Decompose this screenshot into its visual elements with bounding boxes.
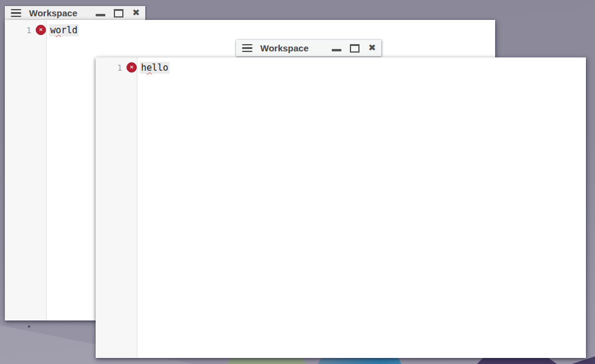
line-number: 1 — [96, 63, 122, 73]
close-button[interactable]: ✖ — [132, 8, 140, 18]
error-icon[interactable]: ✕ — [36, 25, 46, 35]
hamburger-menu-icon[interactable] — [11, 9, 21, 18]
menu-icon-bar — [11, 16, 21, 18]
minimize-button[interactable] — [96, 10, 105, 17]
code-text: hello — [140, 62, 169, 74]
hamburger-menu-icon[interactable] — [242, 44, 252, 53]
window-controls: ✖ — [332, 44, 376, 53]
window-title: Workspace — [29, 8, 96, 18]
error-icon[interactable]: ✕ — [127, 62, 137, 73]
menu-icon-bar — [11, 9, 21, 11]
titlebar[interactable]: Workspace ✖ — [236, 40, 381, 56]
wallpaper-speck — [28, 325, 30, 328]
maximize-icon — [114, 9, 123, 18]
maximize-button[interactable] — [114, 9, 123, 18]
maximize-button[interactable] — [350, 44, 360, 53]
titlebar[interactable]: Workspace ✖ — [5, 6, 145, 20]
maximize-icon — [350, 44, 360, 53]
editor-line: 1 ✕ hello — [96, 61, 586, 74]
menu-icon-bar — [242, 47, 252, 49]
line-number-gutter — [96, 57, 137, 358]
error-x-glyph: ✕ — [39, 27, 43, 33]
code-segment: w — [50, 25, 56, 36]
code-error-segment: e — [146, 62, 152, 73]
window-controls: ✖ — [96, 8, 140, 18]
line-number-gutter — [5, 20, 47, 320]
minimize-icon — [96, 14, 105, 17]
minimize-icon — [332, 49, 341, 52]
menu-icon-bar — [242, 51, 252, 53]
close-icon: ✖ — [132, 8, 140, 18]
menu-icon-bar — [11, 12, 21, 14]
menu-icon-bar — [242, 44, 252, 46]
error-x-glyph: ✕ — [130, 65, 134, 70]
editor-area[interactable]: 1 ✕ hello — [96, 57, 586, 358]
line-number: 1 — [5, 25, 31, 35]
close-button[interactable]: ✖ — [368, 44, 376, 53]
editor-line: 1 ✕ world — [5, 24, 495, 36]
code-segment: llo — [152, 62, 168, 73]
close-icon: ✖ — [368, 44, 376, 53]
code-error-segment: o — [56, 25, 61, 36]
minimize-button[interactable] — [332, 45, 341, 52]
code-text: world — [49, 24, 79, 36]
code-segment: rld — [61, 25, 77, 36]
code-segment: h — [141, 62, 146, 73]
window-title: Workspace — [260, 43, 332, 53]
desktop: { "desktop": { "background_color": "#8e8… — [0, 0, 595, 364]
